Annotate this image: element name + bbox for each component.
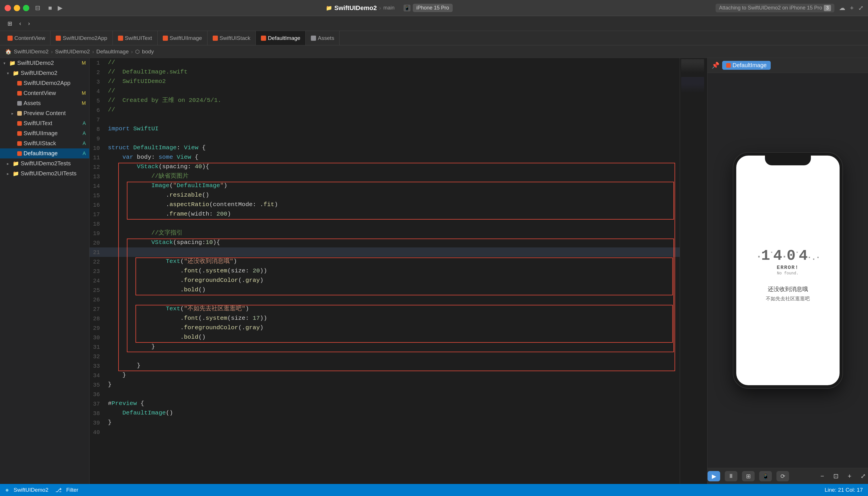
- zoom-out-button[interactable]: −: [818, 471, 826, 481]
- line-content: //: [106, 105, 680, 115]
- tab-default-image[interactable]: DefaultImage: [256, 31, 306, 45]
- line-content: .bold(): [106, 285, 680, 295]
- code-editor[interactable]: 1//2// DefaultImage.swift3// SwiftUIDemo…: [90, 58, 680, 484]
- sidebar-item-contentview[interactable]: ContentView M: [0, 88, 89, 98]
- minimap[interactable]: [680, 58, 707, 484]
- iphone-frame: ·1·4·0·4·.· ERROR! No found. 还没收到消息哦 不如先…: [733, 153, 842, 388]
- sidebar-item-swiftuiimage[interactable]: SwiftUIImage A: [0, 128, 89, 138]
- code-line-10[interactable]: 10struct DefaultImage: View {: [90, 143, 680, 153]
- breadcrumb-4[interactable]: body: [142, 48, 154, 55]
- sidebar-item-swiftuistack[interactable]: SwiftUIStack A: [0, 138, 89, 149]
- code-line-11[interactable]: 11 var body: some View {: [90, 153, 680, 162]
- close-button[interactable]: [4, 5, 11, 11]
- code-line-30[interactable]: 30 .bold(): [90, 333, 680, 342]
- code-line-39[interactable]: 39}: [90, 418, 680, 428]
- breadcrumb-3[interactable]: DefaultImage: [96, 48, 129, 55]
- main-layout: ▾ 📁 SwiftUIDemo2 M ▾ 📁 SwiftUIDemo2 Swif…: [0, 58, 868, 484]
- sidebar-item-uitests[interactable]: ▸ 📁 SwiftUIDemo2UITests: [0, 169, 89, 179]
- code-line-2[interactable]: 2// DefaultImage.swift: [90, 67, 680, 77]
- nav-forward-button[interactable]: ›: [25, 18, 33, 28]
- line-number: 8: [90, 124, 106, 134]
- zoom-fit-button[interactable]: ⊡: [831, 471, 841, 481]
- code-line-16[interactable]: 16 .aspectRatio(contentMode: .fit): [90, 200, 680, 210]
- grid-view-button[interactable]: ⊞: [4, 18, 15, 29]
- code-line-31[interactable]: 31 }: [90, 342, 680, 352]
- play-button[interactable]: ▶: [708, 471, 720, 481]
- code-line-26[interactable]: 26: [90, 295, 680, 304]
- tab-assets[interactable]: Assets: [306, 31, 340, 45]
- code-line-18[interactable]: 18: [90, 219, 680, 229]
- code-line-34[interactable]: 34 }: [90, 371, 680, 380]
- tab-swiftui-text[interactable]: SwiftUIText: [113, 31, 158, 45]
- code-line-35[interactable]: 35}: [90, 380, 680, 389]
- add-button[interactable]: +: [850, 4, 854, 12]
- code-line-20[interactable]: 20 VStack(spacing:10){: [90, 238, 680, 247]
- code-line-32[interactable]: 32: [90, 352, 680, 361]
- pin-icon[interactable]: 📌: [712, 62, 719, 69]
- zoom-in-button[interactable]: +: [845, 471, 854, 481]
- statusbar-right: Line: 21 Col: 17: [825, 487, 863, 493]
- code-line-37[interactable]: 37#Preview {: [90, 399, 680, 408]
- fullscreen-button[interactable]: ⤢: [858, 4, 864, 12]
- code-line-14[interactable]: 14 Image("DefaultImage"): [90, 181, 680, 190]
- code-line-13[interactable]: 13 //缺省页图片: [90, 172, 680, 181]
- minimize-button[interactable]: [14, 5, 20, 11]
- tab-content-view[interactable]: ContentView: [2, 31, 50, 45]
- code-line-22[interactable]: 22 Text("还没收到消息哦"): [90, 257, 680, 266]
- zoom-fill-button[interactable]: ⤢: [858, 471, 868, 481]
- pause-button[interactable]: ⏸: [725, 471, 738, 481]
- code-line-4[interactable]: 4//: [90, 87, 680, 96]
- code-line-38[interactable]: 38 DefaultImage(): [90, 408, 680, 418]
- code-line-29[interactable]: 29 .foregroundColor(.gray): [90, 323, 680, 333]
- code-line-5[interactable]: 5// Created by 王维 on 2024/5/1.: [90, 96, 680, 105]
- code-line-40[interactable]: 40: [90, 428, 680, 437]
- sidebar-item-tests[interactable]: ▸ 📁 SwiftUIDemo2Tests: [0, 158, 89, 169]
- maximize-button[interactable]: [23, 5, 29, 11]
- sidebar-toggle[interactable]: ⊟: [35, 4, 40, 12]
- tab-swiftui-stack[interactable]: SwiftUIStack: [207, 31, 256, 45]
- sidebar-item-swiftuidemo2[interactable]: ▾ 📁 SwiftUIDemo2: [0, 68, 89, 78]
- tab-app[interactable]: SwiftUIDemo2App: [50, 31, 112, 45]
- inspect-button[interactable]: ⊞: [742, 471, 755, 481]
- code-line-19[interactable]: 19 //文字指引: [90, 229, 680, 238]
- expand-icon: ▸: [7, 171, 11, 176]
- sidebar-label: SwiftUIDemo2App: [24, 80, 70, 87]
- sidebar-item-app[interactable]: SwiftUIDemo2App: [0, 78, 89, 88]
- device-button[interactable]: 📱: [759, 471, 772, 481]
- code-line-23[interactable]: 23 .font(.system(size: 20)): [90, 266, 680, 276]
- breadcrumb-1[interactable]: SwiftUIDemo2: [14, 48, 48, 55]
- code-line-36[interactable]: 36: [90, 389, 680, 399]
- code-line-6[interactable]: 6//: [90, 105, 680, 115]
- sidebar-item-assets[interactable]: Assets M: [0, 98, 89, 108]
- code-line-24[interactable]: 24 .foregroundColor(.gray): [90, 276, 680, 285]
- code-line-17[interactable]: 17 .frame(width: 200): [90, 210, 680, 219]
- tab-swiftui-image[interactable]: SwiftUIImage: [158, 31, 207, 45]
- code-line-3[interactable]: 3// SwiftUIDemo2: [90, 77, 680, 87]
- run-button[interactable]: ▶: [58, 4, 63, 12]
- sidebar-item-swiftuitext[interactable]: SwiftUIText A: [0, 118, 89, 128]
- code-line-21[interactable]: 21: [90, 247, 680, 257]
- code-line-8[interactable]: 8import SwiftUI: [90, 124, 680, 134]
- code-line-9[interactable]: 9: [90, 134, 680, 143]
- sidebar-item-defaultimage[interactable]: DefaultImage A: [0, 149, 89, 158]
- code-line-15[interactable]: 15 .resizable(): [90, 190, 680, 200]
- code-line-7[interactable]: 7: [90, 115, 680, 124]
- code-line-25[interactable]: 25 .bold(): [90, 285, 680, 295]
- code-line-27[interactable]: 27 Text("不如先去社区逛逛吧"): [90, 304, 680, 314]
- code-line-1[interactable]: 1//: [90, 58, 680, 67]
- sidebar-item-preview-content[interactable]: ▸ Preview Content: [0, 108, 89, 118]
- code-line-12[interactable]: 12 VStack(spacing: 40){: [90, 162, 680, 172]
- line-content: var body: some View {: [106, 153, 680, 162]
- line-number: 5: [90, 96, 106, 105]
- cloud-icon[interactable]: ☁: [839, 4, 845, 12]
- stop-button[interactable]: ■: [48, 4, 52, 12]
- breadcrumb-2[interactable]: SwiftUIDemo2: [55, 48, 90, 55]
- code-line-28[interactable]: 28 .font(.system(size: 17)): [90, 314, 680, 323]
- nav-back-button[interactable]: ‹: [16, 18, 24, 28]
- orientation-button[interactable]: ⟳: [776, 471, 789, 481]
- project-title: SwiftUIDemo2: [335, 4, 377, 12]
- code-line-33[interactable]: 33 }: [90, 361, 680, 371]
- project-branch: main: [383, 5, 394, 11]
- statusbar: ● SwiftUIDemo2 ⎇ Filter Line: 21 Col: 17: [0, 484, 868, 496]
- sidebar-item-root[interactable]: ▾ 📁 SwiftUIDemo2 M: [0, 58, 89, 68]
